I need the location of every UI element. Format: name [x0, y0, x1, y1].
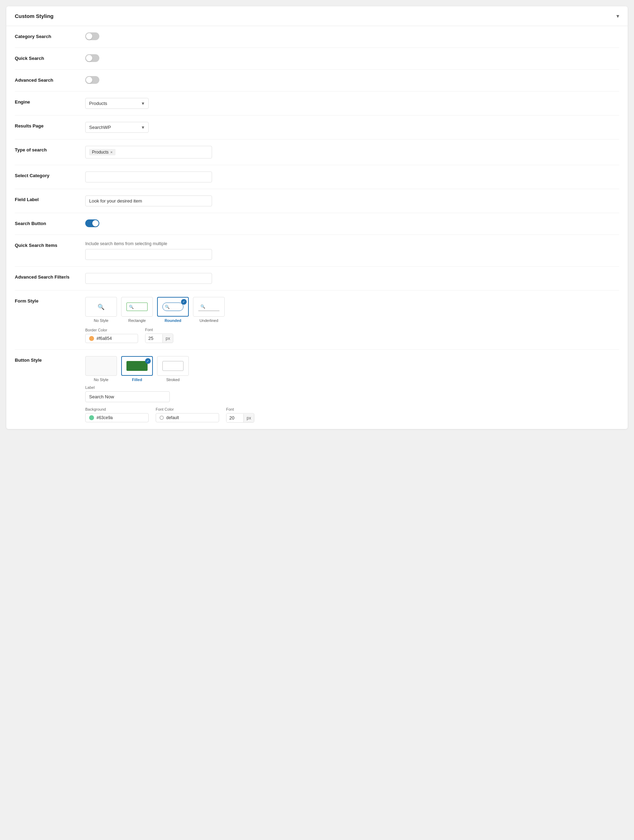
form-style-cards: 🔍 No Style 🔍 Rectangle: [85, 297, 619, 323]
form-style-rounded-label: Rounded: [157, 318, 189, 323]
border-color-input[interactable]: #f6a854: [85, 334, 138, 343]
button-label-section: Label: [85, 385, 619, 402]
type-of-search-content: Products ×: [85, 146, 619, 158]
mini-search-icon-rounded: 🔍: [165, 305, 170, 309]
button-style-stroked[interactable]: Stroked: [157, 356, 189, 382]
bg-color-value: #63ce9a: [96, 415, 113, 420]
advanced-search-label: Advanced Search: [15, 76, 85, 83]
advanced-search-content: [85, 76, 619, 85]
category-search-thumb: [86, 33, 92, 39]
form-style-no-style[interactable]: 🔍 No Style: [85, 297, 117, 323]
results-page-label: Results Page: [15, 122, 85, 129]
form-style-row: Form Style 🔍 No Style 🔍: [15, 291, 619, 350]
category-search-content: [85, 32, 619, 41]
chevron-down-icon[interactable]: ▾: [617, 13, 619, 19]
btn-font-value: 20: [226, 414, 243, 422]
results-page-row: Results Page SearchWP Default ▼: [15, 115, 619, 139]
font-color-value: default: [166, 415, 179, 420]
underlined-input-preview: 🔍: [198, 303, 220, 311]
font-label: Font: [145, 328, 173, 332]
rounded-input-preview: 🔍: [162, 303, 183, 311]
bg-color-field: Background #63ce9a: [85, 407, 149, 423]
button-style-stroked-label: Stroked: [157, 377, 189, 382]
results-page-select-wrapper: SearchWP Default ▼: [85, 122, 149, 133]
form-style-rectangle[interactable]: 🔍 Rectangle: [121, 297, 153, 323]
select-category-label: Select Category: [15, 172, 85, 178]
advanced-search-row: Advanced Search: [15, 70, 619, 92]
form-style-content: 🔍 No Style 🔍 Rectangle: [85, 297, 619, 343]
button-label-title: Label: [85, 385, 619, 390]
tag-label: Products: [92, 150, 109, 155]
engine-select-wrapper: Products Posts Pages ▼: [85, 98, 149, 109]
panel-header: Custom Styling ▾: [6, 6, 628, 26]
panel-title: Custom Styling: [15, 13, 54, 19]
quick-search-items-input[interactable]: [85, 249, 212, 260]
btn-font-field: Font 20 px: [226, 407, 254, 423]
select-category-row: Select Category: [15, 165, 619, 189]
button-style-no-style[interactable]: No Style: [85, 356, 117, 382]
advanced-search-toggle[interactable]: [85, 76, 99, 84]
stroked-button-preview: [162, 361, 183, 371]
search-button-thumb: [92, 220, 99, 226]
form-style-no-style-label: No Style: [85, 318, 117, 323]
border-color-value: #f6a854: [96, 336, 112, 341]
form-style-rectangle-label: Rectangle: [121, 318, 153, 323]
custom-styling-panel: Custom Styling ▾ Category Search Quick S…: [6, 6, 628, 429]
quick-search-items-label: Quick Search Items: [15, 241, 85, 248]
quick-search-items-row: Quick Search Items Include search items …: [15, 235, 619, 267]
advanced-search-filters-row: Advanced Search Filter/s: [15, 267, 619, 291]
advanced-search-thumb: [86, 77, 92, 83]
advanced-search-filters-input[interactable]: [85, 273, 212, 284]
search-button-label: Search Button: [15, 219, 85, 226]
filled-button-preview: [126, 361, 148, 371]
select-category-input[interactable]: [85, 172, 212, 182]
form-style-rounded[interactable]: ✓ 🔍 Rounded: [157, 297, 189, 323]
border-color-dot: [89, 336, 94, 341]
form-style-underlined[interactable]: 🔍 Underlined: [193, 297, 225, 323]
results-page-select[interactable]: SearchWP Default: [85, 122, 149, 133]
font-color-input[interactable]: default: [156, 413, 219, 422]
button-style-row: Button Style No Style ✓ Filled: [15, 350, 619, 429]
quick-search-thumb: [86, 55, 92, 61]
button-style-filled-label: Filled: [121, 377, 153, 382]
button-style-stroked-inner: [157, 356, 189, 376]
category-search-row: Category Search: [15, 26, 619, 48]
search-button-toggle[interactable]: [85, 219, 99, 227]
field-label-content: [85, 196, 619, 206]
btn-font-unit: px: [243, 414, 254, 422]
font-color-field: Font Color default: [156, 407, 219, 423]
select-category-content: [85, 172, 619, 182]
quick-search-items-sublabel: Include search items from selecting mult…: [85, 241, 619, 246]
btn-font-input[interactable]: 20 px: [226, 413, 254, 423]
category-search-toggle[interactable]: [85, 32, 99, 40]
btn-font-label: Font: [226, 407, 254, 411]
font-field: Font 25 px: [145, 328, 173, 343]
button-style-no-style-label: No Style: [85, 377, 117, 382]
engine-row: Engine Products Posts Pages ▼: [15, 92, 619, 115]
type-of-search-tag-products: Products ×: [89, 149, 115, 155]
category-search-label: Category Search: [15, 32, 85, 39]
advanced-search-filters-label: Advanced Search Filter/s: [15, 273, 85, 279]
field-label-input[interactable]: [85, 196, 212, 206]
font-input[interactable]: 25 px: [145, 333, 173, 343]
type-of-search-input[interactable]: Products ×: [85, 146, 212, 158]
form-style-rectangle-inner: 🔍: [121, 297, 153, 317]
field-label-row: Field Label: [15, 189, 619, 213]
button-style-filled[interactable]: ✓ Filled: [121, 356, 153, 382]
font-unit: px: [162, 334, 173, 343]
quick-search-toggle[interactable]: [85, 54, 99, 62]
rounded-check-badge: ✓: [181, 299, 187, 305]
font-color-label: Font Color: [156, 407, 219, 411]
tag-remove-products[interactable]: ×: [110, 150, 112, 154]
quick-search-label: Quick Search: [15, 54, 85, 61]
quick-search-items-content: Include search items from selecting mult…: [85, 241, 619, 260]
quick-search-content: [85, 54, 619, 63]
search-button-content: [85, 219, 619, 228]
form-style-label: Form Style: [15, 297, 85, 303]
button-style-cards: No Style ✓ Filled: [85, 356, 619, 382]
engine-select[interactable]: Products Posts Pages: [85, 98, 149, 109]
results-page-content: SearchWP Default ▼: [85, 122, 619, 133]
form-style-underlined-inner: 🔍: [193, 297, 225, 317]
bg-color-input[interactable]: #63ce9a: [85, 413, 149, 422]
button-label-input[interactable]: [85, 391, 170, 402]
